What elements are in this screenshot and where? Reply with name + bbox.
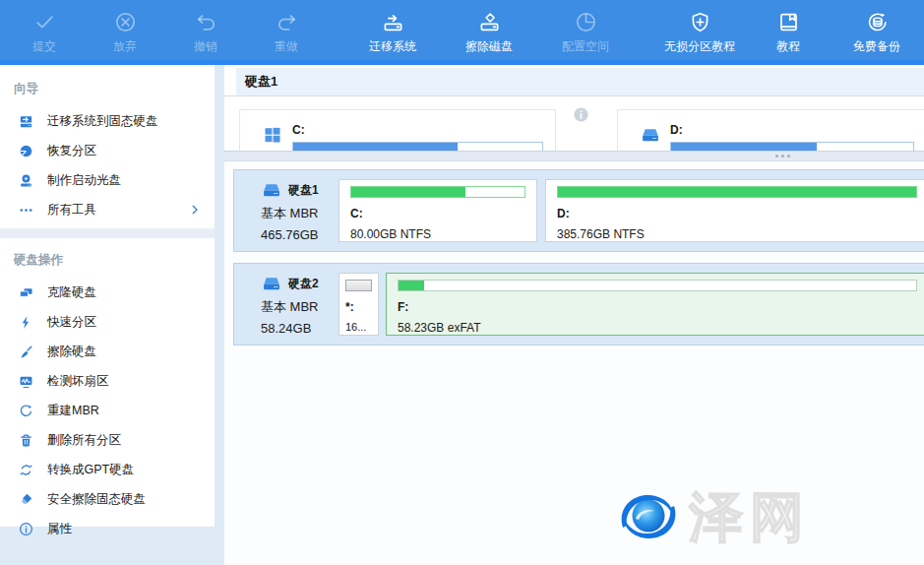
sidebar-item-convert-to-gpt[interactable]: 转换成GPT硬盘 bbox=[0, 455, 215, 484]
sidebar-section-wizards: 向导 迁移系统到固态硬盘 恢复分区 制作启动光盘 所有工具 bbox=[0, 65, 215, 224]
quick-partition-bolt-icon bbox=[18, 314, 34, 331]
disk-size: 465.76GB bbox=[261, 227, 339, 242]
sidebar-item-all-tools[interactable]: 所有工具 bbox=[0, 195, 215, 224]
wipe-disk-button[interactable]: 擦除磁盘 bbox=[441, 2, 537, 63]
partition-tutorial-button[interactable]: 无损分区教程 bbox=[651, 2, 748, 63]
free-backup-button[interactable]: 免费备份 bbox=[829, 2, 924, 63]
delete-partitions-trash-icon bbox=[18, 432, 34, 449]
sidebar-item-wipe-drive[interactable]: 擦除硬盘 bbox=[0, 337, 215, 366]
migrate-system-button[interactable]: 迁移系统 bbox=[344, 2, 441, 63]
undo-button[interactable]: 撤销 bbox=[165, 2, 246, 63]
zewang-logo-icon bbox=[614, 486, 683, 547]
all-tools-icon bbox=[18, 202, 34, 219]
convert-gpt-icon bbox=[18, 462, 34, 478]
overview-card-gap bbox=[556, 96, 617, 151]
volume-name: D: bbox=[670, 123, 914, 137]
sidebar-section-title: 硬盘操作 bbox=[0, 238, 215, 278]
wipe-drive-broom-icon bbox=[18, 344, 34, 360]
partition-d[interactable]: D: 385.76GB NTFS bbox=[545, 179, 924, 242]
shield-plus-icon bbox=[688, 10, 712, 34]
disk-overview: C: D: bbox=[224, 96, 924, 151]
sidebar-divider bbox=[0, 228, 215, 238]
partition-usage-bar bbox=[350, 186, 525, 198]
sidebar-item-bootable-media[interactable]: 制作启动光盘 bbox=[0, 165, 215, 195]
disk-name-line: 硬盘2 bbox=[261, 273, 339, 294]
info-icon[interactable] bbox=[572, 105, 590, 124]
bad-sector-icon bbox=[18, 373, 34, 390]
migrate-system-label: 迁移系统 bbox=[369, 38, 416, 55]
undo-arrow-icon bbox=[194, 10, 218, 34]
sidebar-item-rebuild-mbr[interactable]: 重建MBR bbox=[0, 396, 215, 425]
sidebar-item-bad-sector-test[interactable]: 检测坏扇区 bbox=[0, 366, 215, 396]
sidebar-item-quick-partition[interactable]: 快速分区 bbox=[0, 307, 215, 337]
migrate-system-drive-icon bbox=[381, 10, 405, 34]
clone-disk-icon bbox=[18, 284, 34, 301]
disk-info-1[interactable]: 硬盘1 基本 MBR 465.76GB bbox=[234, 179, 339, 242]
partition-c[interactable]: C: 80.00GB NTFS bbox=[339, 179, 537, 242]
partition-f[interactable]: F: 58.23GB exFAT bbox=[386, 273, 924, 336]
partition-tutorial-label: 无损分区教程 bbox=[664, 38, 735, 55]
overview-splitter[interactable] bbox=[224, 151, 924, 161]
tutorial-button[interactable]: 教程 bbox=[748, 2, 829, 63]
volume-usage-fill bbox=[293, 143, 458, 151]
partition-label: F: bbox=[398, 300, 917, 314]
watermark: 泽网 bbox=[614, 486, 811, 547]
toolbar: 提交 放弃 撤销 重做 迁移系统 擦除磁盘 配置空间 无损分区教程 教程 免费备… bbox=[0, 0, 924, 65]
hdd-icon bbox=[640, 124, 661, 146]
wipe-disk-label: 擦除磁盘 bbox=[465, 38, 513, 55]
windows-logo-icon bbox=[262, 124, 283, 146]
disk-row-2: 硬盘2 基本 MBR 58.24GB *: 16... F: 58.23GB e… bbox=[233, 263, 924, 345]
splitter-handle-icon bbox=[775, 155, 778, 157]
disk-name: 硬盘1 bbox=[288, 182, 319, 199]
hdd-icon bbox=[261, 273, 282, 294]
partition-info: 385.76GB NTFS bbox=[557, 227, 917, 241]
overview-volume-body: C: bbox=[292, 123, 543, 151]
main-area: 硬盘1 C: D: bbox=[224, 65, 924, 565]
partition-label: D: bbox=[557, 207, 917, 220]
hdd-icon bbox=[261, 179, 282, 201]
disk-row-1: 硬盘1 基本 MBR 465.76GB C: 80.00GB NTFS D: 3… bbox=[233, 169, 924, 252]
partition-unformatted[interactable]: *: 16... bbox=[339, 273, 379, 336]
watermark-text: 泽网 bbox=[689, 490, 811, 544]
free-backup-label: 免费备份 bbox=[853, 38, 900, 55]
commit-button[interactable]: 提交 bbox=[4, 2, 85, 63]
partition-info: 58.23GB exFAT bbox=[398, 321, 917, 335]
disk-name-line: 硬盘1 bbox=[261, 179, 339, 201]
partition-usage-fill bbox=[399, 281, 424, 290]
secure-erase-icon bbox=[18, 491, 34, 508]
sidebar-item-recover-partition[interactable]: 恢复分区 bbox=[0, 136, 215, 165]
partition-info: 80.00GB NTFS bbox=[350, 227, 525, 241]
partition-label: C: bbox=[350, 207, 525, 220]
sidebar-item-properties[interactable]: 属性 bbox=[0, 514, 215, 543]
overview-volume-d[interactable]: D: bbox=[617, 109, 924, 151]
partition-label: *: bbox=[345, 300, 372, 314]
allocate-space-label: 配置空间 bbox=[562, 38, 609, 55]
allocate-space-button[interactable]: 配置空间 bbox=[537, 2, 634, 63]
tutorial-label: 教程 bbox=[776, 38, 800, 55]
disk-tab[interactable]: 硬盘1 bbox=[236, 68, 924, 95]
disk-info-2[interactable]: 硬盘2 基本 MBR 58.24GB bbox=[234, 273, 339, 336]
disk-type: 基本 MBR bbox=[261, 205, 339, 222]
wipe-disk-drive-icon bbox=[477, 10, 502, 34]
sidebar-item-clone-disk[interactable]: 克隆硬盘 bbox=[0, 278, 215, 307]
commit-label: 提交 bbox=[32, 38, 56, 55]
discard-label: 放弃 bbox=[113, 38, 137, 55]
sidebar-item-delete-all-partitions[interactable]: 删除所有分区 bbox=[0, 425, 215, 455]
disk-tab-strip: 硬盘1 bbox=[224, 65, 924, 96]
recover-partition-icon bbox=[18, 143, 34, 159]
volume-usage-fill bbox=[671, 143, 817, 151]
partition-usage-bar bbox=[345, 280, 372, 291]
book-icon bbox=[776, 10, 801, 34]
partition-info: 16... bbox=[345, 321, 372, 333]
disk-type: 基本 MBR bbox=[261, 298, 339, 316]
disk-name: 硬盘2 bbox=[288, 276, 319, 292]
sidebar-section-title: 向导 bbox=[0, 65, 215, 106]
redo-button[interactable]: 重做 bbox=[246, 2, 327, 63]
sidebar: 向导 迁移系统到固态硬盘 恢复分区 制作启动光盘 所有工具 硬盘操作 克隆硬盘 … bbox=[0, 65, 215, 527]
discard-button[interactable]: 放弃 bbox=[85, 2, 165, 63]
partition-usage-fill bbox=[558, 187, 916, 197]
chevron-right-icon bbox=[189, 204, 201, 216]
overview-volume-c[interactable]: C: bbox=[239, 109, 556, 151]
sidebar-item-migrate-os-to-ssd[interactable]: 迁移系统到固态硬盘 bbox=[0, 106, 215, 136]
sidebar-item-secure-erase-ssd[interactable]: 安全擦除固态硬盘 bbox=[0, 484, 215, 514]
